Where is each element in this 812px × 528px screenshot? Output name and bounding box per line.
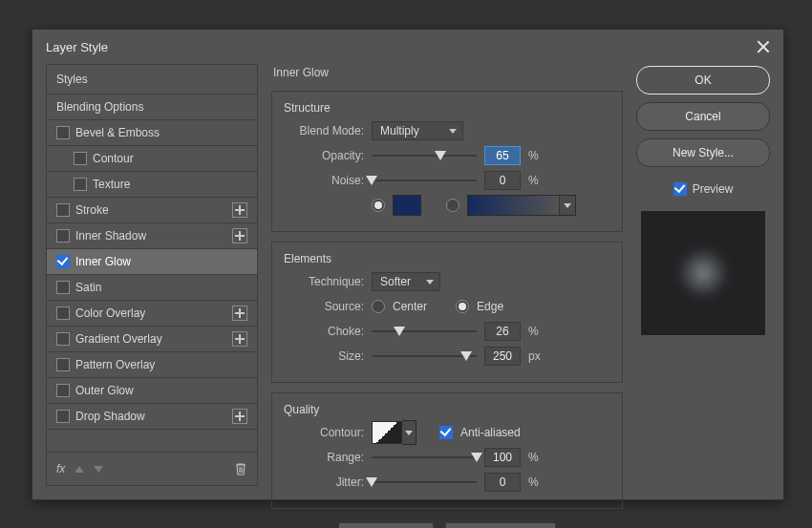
range-label: Range: <box>284 451 364 464</box>
style-checkbox[interactable] <box>56 410 70 423</box>
style-label: Bevel & Emboss <box>75 126 160 139</box>
style-row[interactable]: Texture <box>47 172 257 198</box>
styles-header[interactable]: Styles <box>47 65 257 95</box>
close-icon[interactable] <box>757 40 770 53</box>
style-row[interactable]: Contour <box>47 146 257 172</box>
jitter-label: Jitter: <box>284 475 364 489</box>
style-row[interactable]: Color Overlay <box>47 301 257 327</box>
color-solid-radio[interactable] <box>372 199 385 212</box>
new-style-button[interactable]: New Style... <box>636 138 770 167</box>
range-slider[interactable] <box>372 451 477 464</box>
contour-picker[interactable] <box>372 420 417 445</box>
technique-value: Softer <box>380 275 411 288</box>
choke-label: Choke: <box>284 325 364 338</box>
add-effect-icon[interactable] <box>232 228 247 243</box>
settings-column: Inner Glow Structure Blend Mode: Multipl… <box>271 64 623 486</box>
choke-row: Choke: 26 % <box>284 321 610 342</box>
add-effect-icon[interactable] <box>232 409 247 424</box>
elements-group: Elements Technique: Softer Source: Cente… <box>271 242 623 383</box>
size-unit: px <box>528 349 541 363</box>
move-down-icon[interactable] <box>94 466 103 473</box>
style-checkbox[interactable] <box>56 255 70 268</box>
blend-mode-value: Multiply <box>380 124 419 137</box>
jitter-input[interactable]: 0 <box>484 473 521 492</box>
gradient-swatch[interactable] <box>467 195 576 216</box>
style-label: Color Overlay <box>75 306 145 320</box>
move-up-icon[interactable] <box>75 466 84 473</box>
style-checkbox[interactable] <box>56 203 70 217</box>
style-row[interactable]: Outer Glow <box>47 378 257 404</box>
style-checkbox[interactable] <box>56 306 70 320</box>
source-center-radio[interactable] <box>372 300 385 313</box>
style-row[interactable]: Blending Options <box>47 95 257 120</box>
preview-checkbox[interactable] <box>673 182 687 196</box>
dialog-title: Layer Style <box>46 40 108 54</box>
cancel-label: Cancel <box>685 110 720 123</box>
color-swatch[interactable] <box>393 195 421 216</box>
add-effect-icon[interactable] <box>232 306 247 321</box>
styles-footer: fx <box>47 452 257 485</box>
noise-input[interactable]: 0 <box>484 171 521 190</box>
add-effect-icon[interactable] <box>232 331 247 347</box>
panel-title: Inner Glow <box>271 66 623 79</box>
opacity-slider[interactable] <box>372 149 477 162</box>
style-checkbox[interactable] <box>56 384 70 397</box>
source-edge-radio[interactable] <box>456 300 469 313</box>
color-gradient-radio[interactable] <box>446 199 459 212</box>
style-checkbox[interactable] <box>56 332 70 346</box>
chevron-down-icon[interactable] <box>402 420 417 445</box>
chevron-down-icon[interactable] <box>559 196 575 215</box>
reset-default-button[interactable]: Reset to Default <box>445 522 556 528</box>
style-label: Drop Shadow <box>75 410 145 423</box>
noise-row: Noise: 0 % <box>284 170 610 191</box>
range-unit: % <box>528 451 539 464</box>
dialog-body: Styles Blending OptionsBevel & EmbossCon… <box>32 64 783 499</box>
style-row[interactable]: Stroke <box>47 198 257 223</box>
blend-mode-select[interactable]: Multiply <box>372 121 463 140</box>
choke-slider[interactable] <box>372 325 477 338</box>
size-row: Size: 250 px <box>284 346 610 367</box>
opacity-unit: % <box>528 149 539 162</box>
technique-select[interactable]: Softer <box>372 272 440 291</box>
actions-column: OK Cancel New Style... Preview <box>636 64 770 486</box>
style-row[interactable]: Gradient Overlay <box>47 327 257 352</box>
style-checkbox[interactable] <box>74 178 87 191</box>
style-label: Stroke <box>75 203 109 217</box>
size-label: Size: <box>284 349 364 363</box>
style-checkbox[interactable] <box>56 229 70 243</box>
style-label: Blending Options <box>56 100 143 114</box>
layer-style-dialog: Layer Style Styles Blending OptionsBevel… <box>32 29 784 500</box>
style-checkbox[interactable] <box>56 358 70 371</box>
style-row[interactable]: Satin <box>47 275 257 301</box>
jitter-slider[interactable] <box>372 475 477 489</box>
defaults-row: Make Default Reset to Default <box>271 522 623 528</box>
make-default-button[interactable]: Make Default <box>338 522 435 528</box>
choke-unit: % <box>528 325 539 338</box>
range-input[interactable]: 100 <box>484 448 521 467</box>
style-row[interactable]: Drop Shadow <box>47 404 257 430</box>
style-checkbox[interactable] <box>74 152 87 165</box>
fx-menu-icon[interactable]: fx <box>56 462 65 475</box>
style-checkbox[interactable] <box>56 126 70 139</box>
anti-aliased-checkbox[interactable] <box>439 426 453 439</box>
size-slider[interactable] <box>372 349 477 363</box>
source-edge-label: Edge <box>477 300 503 313</box>
noise-slider[interactable] <box>372 174 477 187</box>
preview-label: Preview <box>693 182 734 196</box>
style-row[interactable]: Inner Shadow <box>47 223 257 249</box>
add-effect-icon[interactable] <box>232 202 247 218</box>
choke-input[interactable]: 26 <box>484 322 521 341</box>
style-label: Pattern Overlay <box>75 358 155 371</box>
size-input[interactable]: 250 <box>484 347 521 366</box>
style-checkbox[interactable] <box>56 281 70 294</box>
style-row[interactable]: Inner Glow <box>47 249 257 275</box>
cancel-button[interactable]: Cancel <box>636 102 770 131</box>
trash-icon[interactable] <box>234 462 247 475</box>
style-row[interactable]: Pattern Overlay <box>47 352 257 378</box>
style-row[interactable]: Bevel & Emboss <box>47 120 257 146</box>
ok-button[interactable]: OK <box>636 66 770 95</box>
source-center-label: Center <box>393 300 427 313</box>
style-label: Inner Glow <box>75 255 131 268</box>
styles-list: Blending OptionsBevel & EmbossContourTex… <box>47 95 257 452</box>
opacity-input[interactable]: 65 <box>484 146 521 165</box>
